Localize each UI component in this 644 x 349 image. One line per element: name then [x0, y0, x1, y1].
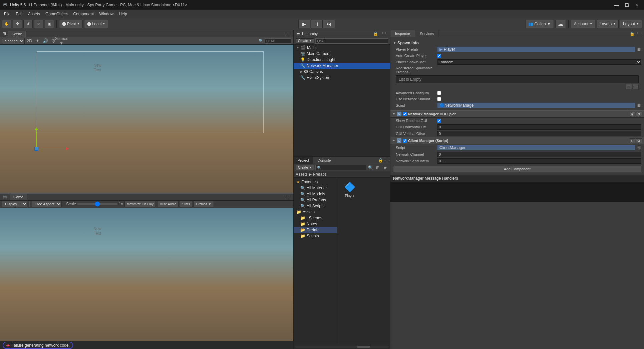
advanced-config-checkbox[interactable]: [437, 91, 441, 95]
gizmos-game-button[interactable]: Gizmos ▼: [194, 201, 214, 207]
scale-tool-button[interactable]: ⤢: [34, 20, 43, 28]
minimize-button[interactable]: —: [612, 0, 621, 10]
close-button[interactable]: ✕: [632, 0, 641, 10]
all-materials-item[interactable]: 🔍 All Materials: [294, 185, 337, 191]
network-hud-header[interactable]: ▼ N Network Manager HUD (Scr ⎘ ⚙: [390, 110, 644, 118]
pivot-button[interactable]: ⬤ Pivot ▼: [59, 20, 83, 28]
scenes-item[interactable]: 📁 _Scenes: [294, 215, 337, 221]
cloud-button[interactable]: ☁: [555, 20, 566, 28]
move-tool-button[interactable]: ✥: [13, 20, 22, 28]
client-manager-copy-button[interactable]: ⎘: [630, 138, 635, 143]
client-manager-settings-button[interactable]: ⚙: [636, 138, 642, 143]
hierarchy-search-input[interactable]: [315, 38, 388, 44]
game-tab[interactable]: Game: [10, 194, 27, 200]
network-hud-enable-checkbox[interactable]: [403, 112, 407, 116]
menu-edit[interactable]: Edit: [13, 11, 25, 17]
spawn-method-select[interactable]: Random: [437, 59, 641, 65]
menu-component[interactable]: Component: [70, 11, 96, 17]
2d-button[interactable]: 2D: [26, 38, 33, 44]
client-manager-enable-checkbox[interactable]: [403, 139, 407, 143]
script-field[interactable]: 🔵NetworkManage: [437, 103, 635, 108]
audio-button[interactable]: 🔊: [42, 38, 49, 44]
layers-button[interactable]: Layers ▼: [597, 20, 619, 28]
favorites-folder[interactable]: ★ Favorites: [294, 179, 337, 185]
hand-tool-button[interactable]: ✋: [2, 20, 11, 28]
menu-file[interactable]: File: [1, 11, 13, 17]
inspector-lock-icon[interactable]: 🔒: [630, 31, 635, 36]
scripts-item[interactable]: 📁 Scripts: [294, 233, 337, 239]
step-button[interactable]: ⏭: [323, 20, 335, 28]
project-search-button[interactable]: 🔍: [367, 165, 373, 171]
menu-gameobject[interactable]: GameObject: [43, 11, 70, 17]
player-prefab-field[interactable]: ▶ Player: [437, 47, 635, 52]
all-prefabs-item[interactable]: 🔍 All Prefabs: [294, 197, 337, 203]
gui-v-offset-input[interactable]: [437, 131, 641, 136]
shade-mode-select[interactable]: Shaded: [2, 38, 25, 44]
client-script-field[interactable]: ClientManager: [437, 145, 635, 150]
prefabs-item[interactable]: 📂 Prefabs: [294, 227, 337, 233]
notes-item[interactable]: 📁 Notes: [294, 221, 337, 227]
rect-tool-button[interactable]: ▣: [45, 20, 54, 28]
network-hud-settings-button[interactable]: ⚙: [636, 112, 642, 116]
project-create-button[interactable]: Create ▼: [296, 165, 314, 170]
list-remove-button[interactable]: −: [633, 84, 639, 89]
add-component-button[interactable]: Add Component: [393, 166, 641, 172]
project-star-button[interactable]: ★: [382, 165, 388, 171]
project-tab[interactable]: Project: [294, 157, 313, 164]
scene-viewport[interactable]: New Text: [0, 45, 293, 193]
pause-button[interactable]: ⏸: [311, 20, 323, 28]
gui-h-offset-input[interactable]: [437, 124, 641, 130]
menu-help[interactable]: Help: [116, 11, 130, 17]
all-scripts-item[interactable]: 🔍 All Scripts: [294, 203, 337, 209]
menu-assets[interactable]: Assets: [25, 11, 43, 17]
maximize-button[interactable]: ⧠: [622, 0, 631, 10]
client-manager-header[interactable]: ▼ C Client Manager (Script) ⎘ ⚙: [390, 137, 644, 144]
hierarchy-item-light[interactable]: 💡 Directional Light: [294, 57, 390, 63]
player-prefab-picker[interactable]: ◎: [637, 47, 641, 52]
inspector-tab[interactable]: Inspector: [390, 30, 415, 37]
hierarchy-create-button[interactable]: Create ▼: [296, 38, 314, 44]
display-select[interactable]: Display 1: [2, 201, 27, 207]
console-tab[interactable]: Console: [313, 157, 335, 164]
project-lock-button[interactable]: 🔒: [377, 157, 383, 163]
list-add-button[interactable]: +: [626, 84, 632, 89]
spawn-info-header[interactable]: ▼ Spawn Info: [390, 40, 644, 46]
network-hud-copy-button[interactable]: ⎘: [630, 112, 635, 116]
stats-button[interactable]: Stats: [180, 201, 192, 207]
scale-slider[interactable]: [77, 203, 117, 205]
collab-button[interactable]: 👥 Collab ▼: [525, 20, 554, 28]
account-button[interactable]: Account ▼: [571, 20, 595, 28]
hierarchy-lock-icon[interactable]: 🔒: [373, 31, 378, 36]
layout-button[interactable]: Layout ▼: [620, 20, 642, 28]
auto-create-checkbox[interactable]: [437, 54, 441, 58]
project-scrollbar[interactable]: [294, 344, 390, 349]
hierarchy-item-network-manager[interactable]: 🔧 Spawn Info Network Manager: [294, 63, 390, 69]
player-prefab-asset[interactable]: 🔷 Player: [340, 180, 360, 199]
project-search-input[interactable]: [315, 165, 366, 170]
gizmos-scene-button[interactable]: Gizmos ▼: [58, 38, 65, 44]
hierarchy-item-camera[interactable]: 📷 Main Camera: [294, 51, 390, 57]
hierarchy-item-canvas[interactable]: ▶ 🖼 Canvas: [294, 69, 390, 75]
scene-search-input[interactable]: [265, 38, 291, 44]
scene-tab[interactable]: Scene: [8, 31, 26, 37]
maximize-on-play-button[interactable]: Maximize On Play: [124, 201, 156, 207]
use-network-sim-checkbox[interactable]: [437, 97, 441, 101]
client-script-picker[interactable]: ◎: [637, 145, 641, 150]
project-filter-button[interactable]: ⊞: [375, 165, 381, 171]
menu-window[interactable]: Window: [96, 11, 116, 17]
local-button[interactable]: ⬤ Local ▼: [84, 20, 108, 28]
services-tab[interactable]: Services: [415, 30, 439, 37]
net-send-input[interactable]: [437, 158, 641, 164]
aspect-select[interactable]: Free Aspect: [32, 201, 62, 207]
play-button[interactable]: ▶: [298, 20, 310, 28]
assets-folder[interactable]: 📁 Assets: [294, 209, 337, 215]
all-models-item[interactable]: 🔍 All Models: [294, 191, 337, 197]
hierarchy-item-eventsystem[interactable]: 🔧 EventSystem: [294, 75, 390, 81]
rotate-tool-button[interactable]: ↺: [23, 20, 33, 28]
show-runtime-checkbox[interactable]: [437, 119, 441, 123]
mute-audio-button[interactable]: Mute Audio: [157, 201, 179, 207]
hierarchy-item-main[interactable]: ▼ 🎬 Main: [294, 45, 390, 51]
script-picker[interactable]: ◎: [637, 103, 641, 108]
net-channel-input[interactable]: [437, 152, 641, 157]
lighting-button[interactable]: ✦: [34, 38, 41, 44]
